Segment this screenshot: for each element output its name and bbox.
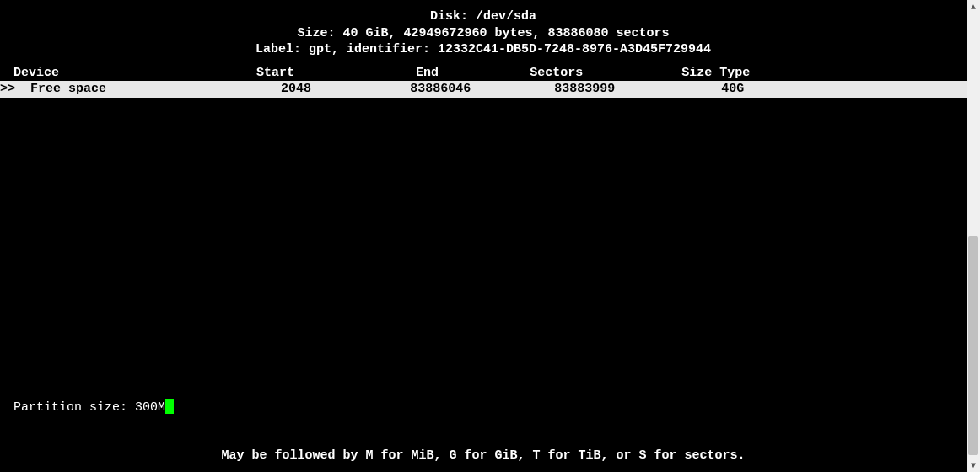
scrollbar-down-arrow-icon[interactable]: ▼ bbox=[967, 459, 980, 472]
disk-header: Disk: /dev/sda Size: 40 GiB, 42949672960… bbox=[0, 0, 967, 58]
prompt-label: Partition size: bbox=[13, 400, 135, 415]
partition-size-prompt[interactable]: Partition size: 300M bbox=[13, 399, 174, 416]
col-size: Size bbox=[681, 66, 712, 80]
cell-device: Free space bbox=[30, 82, 106, 96]
prompt-value: 300M bbox=[135, 400, 165, 415]
disk-label-line: Label: gpt, identifier: 12332C41-DB5D-72… bbox=[0, 41, 967, 58]
table-row[interactable]: >> Free space 2048 83886046 83883999 40G bbox=[0, 81, 967, 98]
disk-size-line: Size: 40 GiB, 42949672960 bytes, 8388608… bbox=[0, 25, 967, 42]
col-type: Type bbox=[719, 66, 750, 80]
cell-start: 2048 bbox=[281, 82, 311, 96]
disk-title: Disk: /dev/sda bbox=[0, 8, 967, 25]
col-end: End bbox=[416, 66, 439, 80]
hint-text: May be followed by M for MiB, G for GiB,… bbox=[0, 448, 967, 464]
text-cursor bbox=[165, 399, 174, 414]
cell-sectors: 83883999 bbox=[554, 82, 615, 96]
terminal-window: Disk: /dev/sda Size: 40 GiB, 42949672960… bbox=[0, 0, 967, 472]
cell-end: 83886046 bbox=[410, 82, 471, 96]
row-indicator: >> bbox=[0, 82, 15, 96]
col-start: Start bbox=[256, 66, 294, 80]
cell-size: 40G bbox=[721, 82, 744, 96]
scrollbar-thumb[interactable] bbox=[968, 236, 978, 455]
col-device: Device bbox=[13, 66, 59, 80]
table-header-row: Device Start End Sectors Size Type bbox=[0, 65, 967, 82]
col-sectors: Sectors bbox=[530, 66, 583, 80]
scrollbar-up-arrow-icon[interactable]: ▲ bbox=[967, 0, 980, 13]
partition-table: Device Start End Sectors Size Type >> Fr… bbox=[0, 65, 967, 98]
scrollbar[interactable]: ▲ ▼ bbox=[967, 0, 980, 472]
